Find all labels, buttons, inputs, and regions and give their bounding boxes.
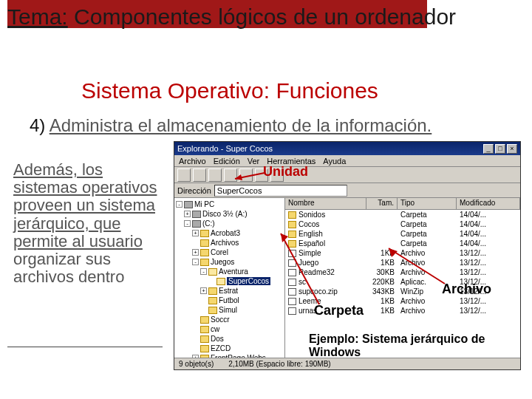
file-icon bbox=[288, 279, 296, 286]
tree-label: EZCD bbox=[211, 344, 231, 352]
list-header: NombreTam.TipoModificado bbox=[285, 198, 520, 210]
drive-icon bbox=[184, 201, 193, 208]
label-carpeta: Carpeta bbox=[314, 303, 364, 318]
tree-label: Archivos bbox=[211, 239, 239, 247]
toolbar-button[interactable] bbox=[224, 168, 237, 182]
list-item[interactable]: SonidosCarpeta14/04/... bbox=[285, 210, 520, 219]
folder-icon bbox=[288, 240, 296, 248]
toolbar-button[interactable] bbox=[193, 168, 206, 182]
paragraph: Además, los sistemas operativos proveen … bbox=[13, 161, 161, 286]
folder-icon bbox=[288, 211, 296, 219]
folder-icon bbox=[200, 326, 209, 333]
address-field[interactable]: SuperCocos bbox=[214, 185, 347, 197]
tree-label: Dos bbox=[211, 335, 224, 343]
toolbar bbox=[174, 167, 520, 183]
file-icon bbox=[288, 269, 296, 276]
maximize-button[interactable]: □ bbox=[495, 144, 505, 154]
tree-label: FrontPage Webs bbox=[211, 354, 266, 358]
menu-item[interactable]: Archivo bbox=[179, 157, 206, 166]
tree-row[interactable]: cw bbox=[174, 324, 284, 334]
tree-label: cw bbox=[211, 325, 219, 333]
tree-row[interactable]: +Corel bbox=[174, 248, 284, 257]
tree-row[interactable]: Futbol bbox=[174, 296, 284, 305]
folder-tree[interactable]: -Mi PC+Disco 3½ (A:)-(C:)+Acrobat3Archiv… bbox=[174, 198, 285, 358]
file-icon bbox=[288, 259, 296, 267]
toolbar-button[interactable] bbox=[208, 168, 222, 182]
tree-label: Futbol bbox=[219, 296, 239, 304]
tree-row[interactable]: Dos bbox=[174, 334, 284, 344]
folder-icon bbox=[200, 355, 209, 358]
tree-label: Disco 3½ (A:) bbox=[202, 210, 248, 218]
tree-label: SuperCocos bbox=[227, 277, 270, 285]
paragraph-part1: Además, los sistemas operativos proveen … bbox=[13, 160, 157, 250]
tree-row[interactable]: Soccr bbox=[174, 315, 284, 324]
drive-icon bbox=[192, 220, 201, 228]
list-item[interactable]: Simple1KBArchivo13/12/... bbox=[285, 248, 520, 258]
drive-icon bbox=[192, 211, 201, 218]
topic-label: Tema: bbox=[7, 4, 68, 29]
tree-row[interactable]: EZCD bbox=[174, 344, 284, 353]
menu-bar: ArchivoEdiciónVerHerramientasAyuda bbox=[174, 155, 520, 167]
label-unidad: Unidad bbox=[263, 164, 308, 180]
folder-icon bbox=[200, 239, 209, 247]
tree-row[interactable]: Archivos bbox=[174, 238, 284, 248]
topic-heading: Tema: Componentes lógicos de un ordenado… bbox=[7, 4, 510, 30]
list-item[interactable]: CocosCarpeta14/04/... bbox=[285, 219, 520, 229]
folder-icon bbox=[200, 316, 209, 324]
tree-row[interactable]: -Aventura bbox=[174, 267, 284, 276]
folder-icon bbox=[288, 231, 296, 238]
tree-row[interactable]: -Juegos bbox=[174, 257, 284, 267]
toolbar-button[interactable] bbox=[239, 168, 253, 182]
column-header[interactable]: Nombre bbox=[285, 198, 366, 209]
toolbar-button[interactable] bbox=[177, 168, 191, 182]
list-body: SonidosCarpeta14/04/...CocosCarpeta14/04… bbox=[285, 210, 520, 316]
list-item[interactable]: EnglishCarpeta14/04/... bbox=[285, 229, 520, 239]
tree-row[interactable]: -(C:) bbox=[174, 219, 284, 228]
folder-icon bbox=[288, 221, 296, 228]
tree-label: Simul bbox=[219, 306, 237, 314]
close-button[interactable]: × bbox=[507, 144, 517, 154]
file-icon bbox=[288, 307, 296, 315]
tree-row[interactable]: +Disco 3½ (A:) bbox=[174, 209, 284, 219]
address-bar: Dirección SuperCocos bbox=[174, 183, 520, 198]
menu-item[interactable]: Edición bbox=[214, 157, 240, 166]
folder-icon bbox=[200, 230, 209, 237]
folder-icon bbox=[208, 307, 217, 314]
tree-label: Estrat bbox=[219, 287, 238, 295]
address-label: Dirección bbox=[177, 186, 211, 195]
bullet-4: 4) Administra el almacenamiento de la in… bbox=[30, 115, 432, 136]
minimize-button[interactable]: _ bbox=[483, 144, 494, 154]
window-titlebar: Explorando - Super Cocos _ □ × bbox=[174, 142, 520, 155]
list-item[interactable]: EspañolCarpeta14/04/... bbox=[285, 239, 520, 248]
label-ejemplo: Ejemplo: Sistema jerárquico de Windows bbox=[309, 332, 516, 360]
column-header[interactable]: Modificado bbox=[457, 198, 520, 209]
folder-icon bbox=[200, 345, 209, 352]
window-title: Explorando - Super Cocos bbox=[177, 144, 273, 153]
folder-open-icon bbox=[208, 268, 217, 276]
menu-item[interactable]: Ver bbox=[248, 157, 260, 166]
tree-label: Soccr bbox=[211, 316, 230, 324]
file-icon bbox=[288, 298, 296, 305]
file-icon bbox=[288, 250, 296, 257]
list-item[interactable]: Readme3230KBArchivo13/12/... bbox=[285, 267, 520, 277]
tree-row[interactable]: +FrontPage Webs bbox=[174, 353, 284, 358]
tree-row[interactable]: +Acrobat3 bbox=[174, 228, 284, 238]
status-right: 2,10MB (Espacio libre: 190MB) bbox=[228, 360, 330, 368]
menu-item[interactable]: Ayuda bbox=[323, 157, 346, 166]
tree-row[interactable]: -Mi PC bbox=[174, 200, 284, 209]
list-item[interactable]: Juego1KBArchivo13/12/... bbox=[285, 258, 520, 267]
folder-icon bbox=[208, 297, 217, 304]
topic-text: Componentes lógicos de un ordenador bbox=[74, 4, 456, 29]
column-header[interactable]: Tipo bbox=[398, 198, 457, 209]
bullet-4-num: 4) bbox=[30, 115, 45, 135]
folder-open-icon bbox=[216, 278, 225, 285]
label-archivo: Archivo bbox=[442, 282, 491, 297]
bullet-4-text: Administra el almacenamiento de la infor… bbox=[50, 115, 432, 135]
subtitle: Sistema Operativo: Funciones bbox=[81, 78, 378, 103]
tree-row[interactable]: Simul bbox=[174, 305, 284, 315]
tree-row[interactable]: +Estrat bbox=[174, 286, 284, 296]
tree-row[interactable]: SuperCocos bbox=[174, 276, 284, 286]
folder-icon bbox=[200, 335, 209, 343]
folder-icon bbox=[208, 287, 217, 295]
column-header[interactable]: Tam. bbox=[366, 198, 398, 209]
